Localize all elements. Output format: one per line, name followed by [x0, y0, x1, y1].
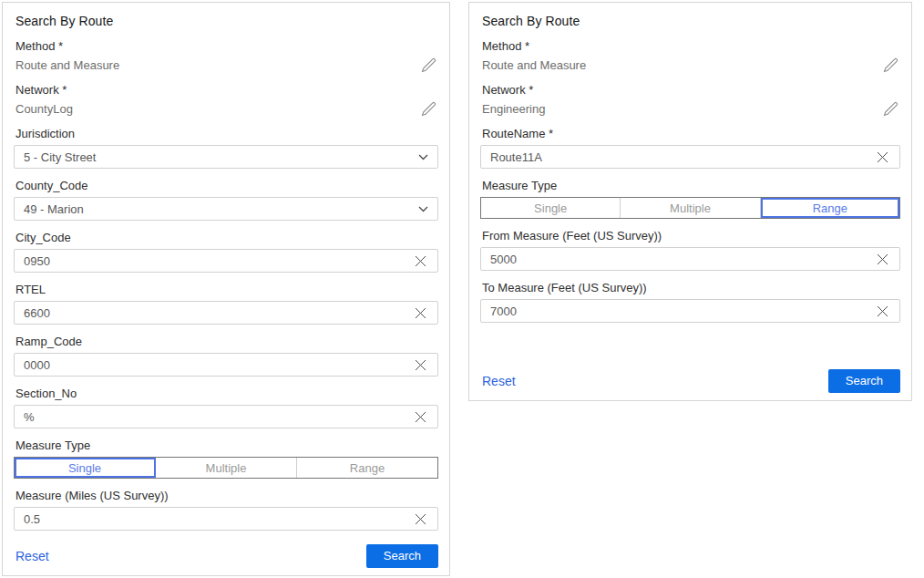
panel-title: Search By Route [15, 14, 436, 28]
panel-footer: Reset Search [14, 544, 438, 568]
method-edit-button[interactable] [881, 57, 900, 73]
clear-x-icon [415, 255, 426, 267]
segment-multiple[interactable]: Multiple [156, 458, 297, 478]
method-label: Method * [480, 39, 900, 53]
rtel-clear-button[interactable] [413, 307, 428, 319]
ramp-code-field: Ramp_Code [14, 335, 438, 377]
segment-multiple[interactable]: Multiple [621, 198, 760, 218]
ramp-code-label: Ramp_Code [14, 335, 438, 348]
pencil-icon [883, 101, 898, 117]
network-edit-button[interactable] [881, 101, 900, 117]
pencil-icon [421, 101, 436, 117]
segment-single[interactable]: Single [481, 198, 621, 218]
network-field: Network * CountyLog [14, 83, 438, 117]
clear-x-icon [877, 305, 888, 317]
rtel-label: RTEL [14, 283, 438, 296]
method-edit-button[interactable] [419, 57, 438, 73]
to-measure-label: To Measure (Feet (US Survey)) [480, 281, 900, 294]
to-measure-field: To Measure (Feet (US Survey)) [480, 281, 900, 323]
clear-x-icon [415, 307, 426, 319]
panel-footer: Reset Search [480, 369, 900, 393]
jurisdiction-select[interactable]: 5 - City Street [14, 145, 438, 169]
measure-type-label: Measure Type [14, 439, 438, 452]
search-button[interactable]: Search [828, 369, 900, 393]
measure-type-field: Measure Type Single Multiple Range [14, 439, 438, 479]
method-value: Route and Measure [15, 58, 119, 72]
network-label: Network * [480, 83, 900, 97]
measure-clear-button[interactable] [413, 513, 428, 525]
chevron-down-icon [418, 206, 428, 212]
ramp-code-clear-button[interactable] [413, 359, 428, 371]
route-name-input[interactable] [490, 150, 875, 164]
method-value: Route and Measure [482, 58, 586, 72]
ramp-code-input[interactable] [24, 358, 413, 372]
measure-type-label: Measure Type [480, 179, 900, 192]
jurisdiction-field: Jurisdiction 5 - City Street [14, 127, 438, 169]
to-measure-clear-button[interactable] [875, 305, 890, 317]
from-measure-clear-button[interactable] [875, 253, 890, 265]
route-search-panel-right: Search By Route Method * Route and Measu… [468, 2, 912, 401]
route-name-clear-button[interactable] [875, 151, 890, 163]
city-code-label: City_Code [14, 231, 438, 244]
rtel-input[interactable] [24, 306, 413, 320]
from-measure-field: From Measure (Feet (US Survey)) [480, 229, 900, 271]
clear-x-icon [415, 411, 426, 423]
jurisdiction-selected-value: 5 - City Street [24, 150, 418, 164]
section-no-input[interactable] [24, 410, 413, 424]
pencil-icon [883, 57, 898, 73]
reset-link[interactable]: Reset [480, 374, 516, 388]
measure-type-segmented-control: Single Multiple Range [14, 457, 438, 479]
network-value: Engineering [482, 102, 545, 116]
method-field: Method * Route and Measure [480, 39, 900, 73]
clear-x-icon [877, 151, 888, 163]
section-no-label: Section_No [14, 387, 438, 400]
city-code-clear-button[interactable] [413, 255, 428, 267]
method-field: Method * Route and Measure [14, 39, 438, 73]
pencil-icon [421, 57, 436, 73]
measure-type-segmented-control: Single Multiple Range [480, 197, 900, 219]
reset-link[interactable]: Reset [14, 549, 49, 563]
county-code-label: County_Code [14, 179, 438, 192]
network-label: Network * [14, 83, 438, 97]
network-edit-button[interactable] [419, 101, 438, 117]
measure-input[interactable] [24, 512, 413, 526]
to-measure-input[interactable] [490, 304, 875, 318]
city-code-input[interactable] [24, 254, 413, 268]
from-measure-input[interactable] [490, 253, 875, 266]
clear-x-icon [415, 513, 426, 525]
clear-x-icon [877, 253, 888, 265]
network-value: CountyLog [15, 102, 73, 116]
section-no-clear-button[interactable] [413, 411, 428, 423]
city-code-field: City_Code [14, 231, 438, 273]
route-name-field: RouteName * [480, 127, 900, 169]
from-measure-label: From Measure (Feet (US Survey)) [480, 229, 900, 243]
jurisdiction-label: Jurisdiction [14, 127, 438, 140]
measure-label: Measure (Miles (US Survey)) [14, 489, 438, 502]
county-code-select[interactable]: 49 - Marion [14, 197, 438, 221]
rtel-field: RTEL [14, 283, 438, 325]
county-code-selected-value: 49 - Marion [24, 202, 418, 216]
search-button[interactable]: Search [366, 544, 438, 568]
segment-range[interactable]: Range [297, 458, 437, 478]
segment-single[interactable]: Single [15, 458, 156, 478]
chevron-down-icon [418, 154, 428, 160]
method-label: Method * [14, 39, 438, 53]
section-no-field: Section_No [14, 387, 438, 428]
route-search-panel-left: Search By Route Method * Route and Measu… [2, 2, 450, 576]
route-name-label: RouteName * [480, 127, 900, 140]
measure-field: Measure (Miles (US Survey)) [14, 489, 438, 531]
network-field: Network * Engineering [480, 83, 900, 117]
measure-type-field: Measure Type Single Multiple Range [480, 179, 900, 219]
clear-x-icon [415, 359, 426, 371]
panel-title: Search By Route [482, 14, 898, 28]
county-code-field: County_Code 49 - Marion [14, 179, 438, 221]
segment-range[interactable]: Range [761, 198, 899, 218]
